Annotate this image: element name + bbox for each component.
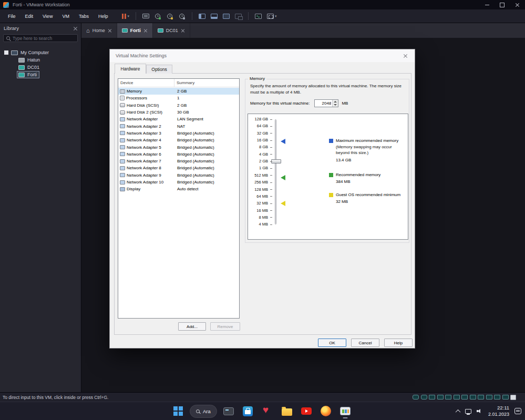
network-adapter-2-icon[interactable] — [437, 395, 444, 399]
slider-track[interactable] — [275, 119, 276, 224]
spinner-down-icon[interactable] — [333, 104, 338, 107]
revert-snapshot-button[interactable] — [164, 11, 176, 22]
scale-tick-icon — [270, 189, 272, 190]
memory-value-input[interactable] — [315, 100, 332, 107]
tree-item-hatun[interactable]: Hatun — [0, 56, 81, 64]
minimize-button[interactable] — [479, 0, 495, 9]
device-row[interactable]: Network Adapter 2NAT — [118, 122, 239, 129]
tree-item-forti[interactable]: Forti — [0, 71, 81, 78]
menu-bar: FileEditViewVMTabsHelp ▾▾ — [0, 9, 525, 23]
network-adapter-10-icon[interactable] — [502, 395, 509, 399]
fullscreen-button[interactable] — [221, 11, 232, 22]
column-device[interactable]: Device — [118, 79, 174, 87]
taskbar-app-heart[interactable] — [260, 403, 275, 419]
device-cell: Network Adapter 4 — [118, 138, 175, 142]
notification-icon[interactable] — [514, 408, 521, 414]
unity-button[interactable] — [233, 11, 244, 22]
start-button[interactable] — [170, 403, 186, 419]
taskbar-search[interactable]: Ara — [190, 405, 217, 418]
menu-tabs[interactable]: Tabs — [74, 12, 94, 21]
tree-item-dc01[interactable]: DC01 — [0, 64, 81, 71]
close-button[interactable] — [510, 0, 525, 9]
column-summary[interactable]: Summary — [174, 79, 239, 87]
tab-hardware[interactable]: Hardware — [115, 64, 146, 74]
menu-file[interactable]: File — [3, 12, 20, 21]
snapshot-manager-button[interactable] — [177, 11, 188, 22]
device-row[interactable]: Network Adapter 6Bridged (Automatic) — [118, 151, 239, 158]
device-row[interactable]: Memory2 GB — [118, 88, 239, 95]
taskbar-app-console[interactable] — [221, 403, 236, 419]
search-input[interactable] — [13, 36, 75, 41]
network-adapter-3-icon[interactable] — [445, 395, 451, 399]
tray-chevron-icon[interactable] — [456, 409, 461, 414]
taskbar-app-youtube[interactable] — [298, 403, 314, 419]
tree-item-pill: Hatun — [17, 57, 42, 63]
show-library-button[interactable] — [197, 11, 208, 22]
network-adapter-6-icon[interactable] — [470, 395, 476, 399]
add-button[interactable]: Add... — [178, 322, 206, 331]
tab-close-icon[interactable] — [108, 28, 112, 33]
hard-disk-icon[interactable] — [413, 395, 419, 399]
dialog-close-icon[interactable] — [403, 54, 408, 58]
network-icon[interactable] — [465, 409, 471, 414]
cancel-button[interactable]: Cancel — [351, 339, 379, 347]
status-device-icons — [413, 395, 522, 400]
device-row[interactable]: Processors1 — [118, 95, 239, 101]
tab-forti[interactable]: Forti — [117, 23, 153, 38]
device-row[interactable]: Network Adapter 5Bridged (Automatic) — [118, 144, 239, 150]
slider-thumb[interactable] — [271, 159, 281, 163]
menu-vm[interactable]: VM — [57, 12, 74, 21]
device-row[interactable]: Network AdapterLAN Segment — [118, 116, 239, 122]
volume-icon[interactable] — [477, 408, 483, 414]
take-snapshot-button[interactable] — [152, 11, 163, 22]
send-ctrl-alt-del-button[interactable] — [140, 11, 151, 22]
tab-options[interactable]: Options — [146, 65, 172, 74]
device-row[interactable]: Network Adapter 8Bridged (Automatic) — [118, 165, 239, 171]
menu-view[interactable]: View — [38, 12, 57, 21]
hard-disk-2-icon[interactable] — [421, 395, 427, 399]
network-adapter-4-icon[interactable] — [454, 395, 460, 399]
network-adapter-5-icon[interactable] — [461, 395, 468, 399]
search-icon — [196, 409, 200, 413]
scale-tick-icon — [270, 224, 272, 225]
tree-item-my-computer[interactable]: My Computer — [0, 49, 81, 56]
maximize-button[interactable] — [495, 0, 510, 9]
device-row[interactable]: Network Adapter 9Bridged (Automatic) — [118, 172, 239, 179]
tab-close-icon[interactable] — [143, 28, 148, 33]
library-search[interactable] — [3, 34, 78, 42]
tab-close-icon[interactable] — [181, 28, 185, 33]
ok-button[interactable]: OK — [318, 339, 346, 347]
taskbar-app-vmware[interactable] — [337, 403, 353, 419]
menu-edit[interactable]: Edit — [20, 12, 38, 21]
library-close-icon[interactable] — [73, 26, 77, 30]
device-row[interactable]: Hard Disk 2 (SCSI)30 GB — [118, 109, 239, 116]
network-adapter-8-icon[interactable] — [486, 395, 492, 399]
device-row[interactable]: Network Adapter 10Bridged (Automatic) — [118, 179, 239, 186]
help-button[interactable]: Help — [384, 339, 413, 347]
taskbar-app-browser[interactable] — [318, 403, 334, 419]
console-view-button[interactable] — [253, 11, 264, 22]
collapse-icon[interactable] — [4, 50, 8, 55]
network-adapter-7-icon[interactable] — [478, 395, 484, 399]
device-row[interactable]: Network Adapter 3Bridged (Automatic) — [118, 130, 239, 137]
suspend-button[interactable]: ▾ — [120, 11, 131, 22]
dialog-titlebar[interactable]: Virtual Machine Settings — [110, 49, 415, 62]
unity-icon — [235, 14, 242, 19]
network-adapter-9-icon[interactable] — [494, 395, 500, 399]
windows-logo-square — [179, 406, 183, 411]
legend-item: Guest OS recommended minimum32 MB — [329, 192, 400, 204]
taskbar-app-file-explorer[interactable] — [279, 403, 295, 419]
network-adapter-icon[interactable] — [429, 395, 435, 399]
device-row[interactable]: DisplayAuto detect — [118, 186, 239, 192]
device-row[interactable]: Hard Disk (SCSI)2 GB — [118, 102, 239, 109]
show-thumbnail-bar-button[interactable] — [209, 11, 220, 22]
fit-guest-button[interactable]: ▾ — [265, 11, 279, 22]
tab-home[interactable]: ⌂Home — [81, 23, 117, 38]
menu-help[interactable]: Help — [94, 12, 113, 21]
taskbar-app-store[interactable] — [240, 403, 256, 419]
device-row[interactable]: Network Adapter 7Bridged (Automatic) — [118, 158, 239, 165]
device-row[interactable]: Network Adapter 4Bridged (Automatic) — [118, 137, 239, 144]
message-log-icon[interactable] — [510, 395, 516, 400]
tab-dc01[interactable]: DC01 — [153, 23, 190, 38]
taskbar-clock[interactable]: 22:11 2.01.2023 — [488, 405, 509, 418]
